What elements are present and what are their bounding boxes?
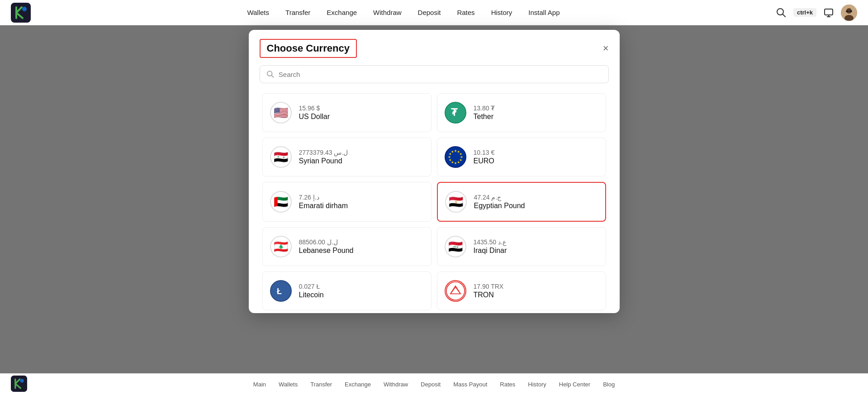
footer-link-wallets[interactable]: Wallets: [279, 381, 298, 388]
currency-item-usd[interactable]: 🇺🇸 15.96 $ US Dollar: [262, 93, 432, 132]
flag-aed: 🇦🇪: [270, 191, 292, 213]
svg-rect-11: [849, 10, 852, 12]
footer-link-withdraw[interactable]: Withdraw: [384, 381, 408, 388]
nav-deposit[interactable]: Deposit: [410, 0, 449, 25]
footer-link-help[interactable]: Help Center: [559, 381, 590, 388]
modal-title: Choose Currency: [260, 39, 357, 58]
nav-install-app[interactable]: Install App: [520, 0, 568, 25]
footer-link-blog[interactable]: Blog: [603, 381, 615, 388]
nav-transfer[interactable]: Transfer: [277, 0, 318, 25]
flag-syp: 🇸🇾: [270, 146, 292, 168]
currency-name-lbp: Lebanese Pound: [299, 247, 354, 255]
currency-info-usdt: 13.80 ₮ Tether: [474, 105, 495, 121]
currency-amount-lbp: 88506.00 ل.ل: [299, 238, 354, 246]
currency-grid: 🇺🇸 15.96 $ US Dollar ₮ 13.80 ₮ Tether: [249, 90, 620, 313]
footer-link-deposit[interactable]: Deposit: [421, 381, 441, 388]
screen-icon[interactable]: [824, 8, 834, 18]
flag-lbp: 🇱🇧: [270, 236, 292, 257]
currency-amount-ltc: 0.027 Ł: [299, 283, 324, 290]
currency-info-syp: 2773379.43 ل.س Syrian Pound: [299, 149, 348, 165]
svg-line-3: [783, 14, 785, 17]
search-container: [249, 65, 620, 90]
currency-name-aed: Emarati dirham: [299, 202, 348, 210]
svg-line-14: [271, 75, 273, 77]
search-icon: [266, 70, 274, 78]
currency-item-eur[interactable]: 10.13 € EURO: [437, 138, 606, 176]
currency-info-usd: 15.96 $ US Dollar: [299, 105, 330, 121]
currency-item-aed[interactable]: 🇦🇪 7.26 د.إ Emarati dirham: [262, 182, 432, 222]
currency-info-ltc: 0.027 Ł Litecoin: [299, 283, 324, 299]
currency-item-ltc[interactable]: Ł 0.027 Ł Litecoin: [262, 271, 432, 310]
footer-link-mass-payout[interactable]: Mass Payout: [453, 381, 487, 388]
search-box: [260, 65, 609, 83]
currency-info-aed: 7.26 د.إ Emarati dirham: [299, 194, 348, 210]
flag-iqd: 🇮🇶: [445, 236, 466, 257]
flag-egp: 🇪🇬: [445, 191, 467, 213]
currency-name-eur: EURO: [474, 157, 495, 165]
currency-item-syp[interactable]: 🇸🇾 2773379.43 ل.س Syrian Pound: [262, 138, 432, 176]
footer-link-transfer[interactable]: Transfer: [310, 381, 332, 388]
footer-logo[interactable]: [11, 376, 27, 394]
flag-usd: 🇺🇸: [270, 102, 292, 124]
nav-exchange[interactable]: Exchange: [318, 0, 365, 25]
modal-close-button[interactable]: ×: [603, 43, 609, 53]
svg-rect-10: [846, 10, 849, 12]
flag-usdt: ₮: [445, 102, 466, 124]
currency-info-lbp: 88506.00 ل.ل Lebanese Pound: [299, 238, 354, 255]
nav-rates[interactable]: Rates: [449, 0, 483, 25]
currency-info-eur: 10.13 € EURO: [474, 149, 495, 165]
currency-name-egp: Egyptian Pound: [474, 202, 525, 210]
modal-overlay: Choose Currency × 🇺🇸 15.96 $ US Dollar: [0, 25, 868, 373]
currency-amount-aed: 7.26 د.إ: [299, 194, 348, 201]
currency-name-iqd: Iraqi Dinar: [474, 247, 507, 255]
svg-text:Ł: Ł: [277, 287, 282, 296]
currency-amount-trx: 17.90 TRX: [474, 283, 504, 290]
navbar: Wallets Transfer Exchange Withdraw Depos…: [0, 0, 868, 25]
footer-links: Main Wallets Transfer Exchange Withdraw …: [253, 381, 615, 388]
nav-history[interactable]: History: [483, 0, 521, 25]
flag-eur: [445, 146, 466, 168]
svg-text:₮: ₮: [451, 107, 458, 118]
nav-links: Wallets Transfer Exchange Withdraw Depos…: [31, 0, 776, 25]
svg-rect-34: [11, 376, 27, 392]
nav-withdraw[interactable]: Withdraw: [365, 0, 410, 25]
currency-name-syp: Syrian Pound: [299, 157, 348, 165]
currency-item-usdt[interactable]: ₮ 13.80 ₮ Tether: [437, 93, 606, 132]
search-icon[interactable]: [776, 8, 786, 18]
currency-item-iqd[interactable]: 🇮🇶 1435.50 ع.د Iraqi Dinar: [437, 227, 606, 266]
currency-name-trx: TRON: [474, 291, 504, 299]
svg-point-35: [20, 379, 24, 382]
flag-ltc: Ł: [270, 280, 292, 302]
currency-modal: Choose Currency × 🇺🇸 15.96 $ US Dollar: [249, 30, 620, 313]
nav-wallets[interactable]: Wallets: [239, 0, 277, 25]
avatar[interactable]: [841, 5, 857, 21]
search-input[interactable]: [279, 71, 602, 78]
currency-info-iqd: 1435.50 ع.د Iraqi Dinar: [474, 238, 507, 255]
svg-rect-4: [825, 9, 833, 15]
footer-link-rates[interactable]: Rates: [500, 381, 515, 388]
currency-name-usd: US Dollar: [299, 113, 330, 121]
navbar-right: ctrl+k: [776, 5, 857, 21]
currency-item-egp[interactable]: 🇪🇬 47.24 ج.م Egyptian Pound: [437, 182, 606, 222]
currency-amount-usd: 15.96 $: [299, 105, 330, 112]
footer-link-exchange[interactable]: Exchange: [345, 381, 371, 388]
currency-name-ltc: Litecoin: [299, 291, 324, 299]
keyboard-shortcut: ctrl+k: [793, 8, 816, 17]
currency-item-lbp[interactable]: 🇱🇧 88506.00 ل.ل Lebanese Pound: [262, 227, 432, 266]
flag-trx: [445, 280, 466, 302]
logo[interactable]: [11, 3, 31, 23]
currency-amount-iqd: 1435.50 ع.د: [474, 238, 507, 246]
footer-link-history[interactable]: History: [528, 381, 546, 388]
currency-info-trx: 17.90 TRX TRON: [474, 283, 504, 299]
currency-name-usdt: Tether: [474, 113, 495, 121]
currency-amount-usdt: 13.80 ₮: [474, 105, 495, 112]
currency-item-trx[interactable]: 17.90 TRX TRON: [437, 271, 606, 310]
svg-rect-0: [11, 3, 31, 23]
currency-amount-syp: 2773379.43 ل.س: [299, 149, 348, 156]
modal-header: Choose Currency ×: [249, 30, 620, 65]
currency-amount-egp: 47.24 ج.م: [474, 194, 525, 201]
footer-link-main[interactable]: Main: [253, 381, 266, 388]
currency-amount-eur: 10.13 €: [474, 149, 495, 156]
footer: Main Wallets Transfer Exchange Withdraw …: [0, 373, 868, 395]
currency-info-egp: 47.24 ج.م Egyptian Pound: [474, 194, 525, 210]
